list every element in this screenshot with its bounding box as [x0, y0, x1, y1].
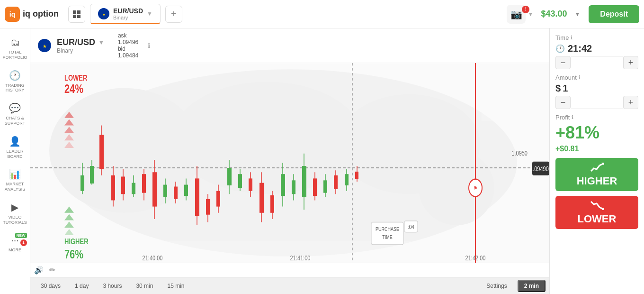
svg-text:LOWER: LOWER: [64, 73, 87, 82]
period-15min[interactable]: 15 min: [161, 281, 191, 291]
asset-header-flag: ★: [38, 39, 51, 52]
sidebar-item-history[interactable]: 🕐 TRADINGHISTORY: [1, 66, 29, 97]
period-1day[interactable]: 1 day: [68, 281, 95, 291]
sound-icon[interactable]: 🔊: [34, 266, 44, 275]
svg-rect-1: [77, 10, 80, 14]
time-minus-button[interactable]: −: [555, 56, 571, 69]
right-panel: Time ℹ 🕐 21:42 − + Amount ℹ $ 1: [549, 28, 644, 294]
svg-rect-47: [227, 168, 232, 185]
asset-tab-chevron: ▼: [147, 10, 152, 17]
chart-canvas: 1.0950: [30, 63, 549, 263]
amount-info-icon[interactable]: ℹ: [579, 74, 581, 81]
time-ctrl-display: [571, 56, 623, 69]
count-badge: 1: [20, 239, 27, 246]
svg-rect-49: [238, 174, 242, 188]
svg-rect-63: [313, 178, 317, 196]
asset-name: EUR/USD: [113, 7, 143, 15]
svg-text:TIME: TIME: [382, 234, 392, 240]
svg-rect-55: [270, 195, 274, 213]
clock-icon: 🕐: [555, 44, 565, 53]
svg-text:⚑: ⚑: [474, 185, 478, 192]
asset-tab-eurusd[interactable]: ★ EUR/USD Binary ▼: [90, 4, 161, 24]
svg-rect-59: [292, 180, 295, 194]
svg-rect-51: [249, 178, 252, 191]
logo-area: iq iq option: [5, 7, 59, 22]
amount-value: $ 1: [555, 83, 638, 94]
period-30min[interactable]: 30 min: [129, 281, 160, 291]
amount-minus-button[interactable]: −: [555, 96, 571, 109]
profit-label: Profit: [555, 114, 570, 121]
time-info-icon[interactable]: ℹ: [571, 35, 572, 41]
chart-chevron[interactable]: ▼: [98, 38, 105, 46]
profit-field: Profit ℹ +81% +$0.81: [555, 114, 638, 153]
settings-button[interactable]: Settings: [479, 281, 514, 291]
sidebar-item-market[interactable]: 📊 MARKETANALYSIS: [1, 165, 29, 196]
svg-rect-39: [184, 185, 188, 196]
time-field: Time ℹ 🕐 21:42 − +: [555, 34, 638, 69]
sidebar-item-video[interactable]: ▶ VIDEOTUTORIALS: [1, 198, 29, 229]
sidebar-item-more[interactable]: NEW 1 ··· MORE: [1, 231, 29, 257]
chart-asset-type: Binary: [57, 47, 105, 54]
period-30days[interactable]: 30 days: [34, 281, 67, 291]
period-2min[interactable]: 2 min: [518, 280, 546, 292]
logo-text: iq option: [23, 9, 59, 19]
logo-icon: iq: [5, 7, 20, 22]
svg-rect-57: [281, 174, 285, 196]
profit-info-icon[interactable]: ℹ: [572, 114, 573, 120]
svg-rect-0: [73, 10, 76, 14]
svg-text:76%: 76%: [64, 247, 83, 261]
svg-text:1.094900: 1.094900: [530, 165, 549, 173]
new-badge: NEW: [15, 233, 27, 238]
profit-percentage: +81%: [555, 123, 638, 143]
amount-symbol: $: [555, 83, 561, 94]
higher-trade-button[interactable]: HIGHER: [555, 158, 638, 191]
svg-rect-35: [163, 185, 167, 197]
ask-bid: ask 1.09496 bid 1.09484: [118, 32, 138, 59]
svg-text:★: ★: [102, 12, 105, 17]
svg-text:★: ★: [43, 44, 47, 49]
sidebar-item-leaderboard[interactable]: 👤 LEADERBOARD: [1, 132, 29, 163]
notification-badge: !: [522, 6, 529, 13]
sidebar-label-chat: CHATS &SUPPORT: [5, 116, 25, 126]
higher-chart-icon: [590, 162, 604, 173]
period-3hours[interactable]: 3 hours: [96, 281, 128, 291]
navbar: iq iq option ★ EUR/USD Binary ▼ + 📷 ! ▼ …: [0, 0, 644, 28]
pencil-icon[interactable]: ✏: [49, 266, 55, 275]
chart-area: ★ EUR/USD ▼ Binary ask 1.09496 bid 1.094…: [30, 28, 549, 294]
amount-plus-button[interactable]: +: [623, 96, 638, 109]
svg-text:21:42:00: 21:42:00: [465, 254, 486, 262]
balance-dropdown[interactable]: ▼: [574, 11, 580, 18]
svg-rect-25: [111, 175, 115, 201]
higher-label: HIGHER: [577, 175, 617, 187]
asset-flag: ★: [98, 8, 109, 19]
sidebar-item-chat[interactable]: 💬 CHATS &SUPPORT: [1, 99, 29, 130]
add-asset-button[interactable]: +: [165, 6, 182, 23]
info-icon[interactable]: ℹ: [148, 42, 150, 49]
sidebar-item-portfolio[interactable]: 🗂 TOTALPORTFOLIO: [1, 33, 29, 64]
camera-area: 📷 ! ▼: [507, 5, 533, 24]
grid-button[interactable]: [68, 6, 85, 23]
svg-point-11: [172, 82, 362, 194]
svg-rect-45: [216, 191, 220, 207]
svg-text:21:40:00: 21:40:00: [143, 254, 163, 262]
market-icon: 📊: [9, 168, 21, 180]
svg-rect-33: [152, 172, 157, 206]
svg-rect-2: [73, 15, 76, 18]
amount-field: Amount ℹ $ 1 − +: [555, 74, 638, 109]
bid-value: bid 1.09484: [118, 46, 138, 59]
svg-text:21:41:00: 21:41:00: [290, 254, 311, 262]
balance-display[interactable]: $43.00: [538, 9, 570, 19]
portfolio-icon: 🗂: [10, 37, 20, 48]
svg-point-13: [419, 150, 494, 225]
deposit-button[interactable]: Deposit: [589, 5, 639, 23]
sidebar-label-leaderboard: LEADERBOARD: [6, 149, 23, 159]
svg-rect-29: [132, 183, 135, 194]
lower-trade-button[interactable]: LOWER: [555, 196, 638, 229]
lower-label: LOWER: [578, 213, 617, 225]
svg-rect-23: [99, 135, 104, 169]
history-icon: 🕐: [9, 70, 21, 81]
time-plus-button[interactable]: +: [623, 56, 638, 69]
period-bar: 30 days 1 day 3 hours 30 min 15 min Sett…: [30, 277, 549, 294]
ask-value: ask 1.09496: [118, 32, 138, 46]
sidebar-label-more: MORE: [9, 248, 21, 253]
